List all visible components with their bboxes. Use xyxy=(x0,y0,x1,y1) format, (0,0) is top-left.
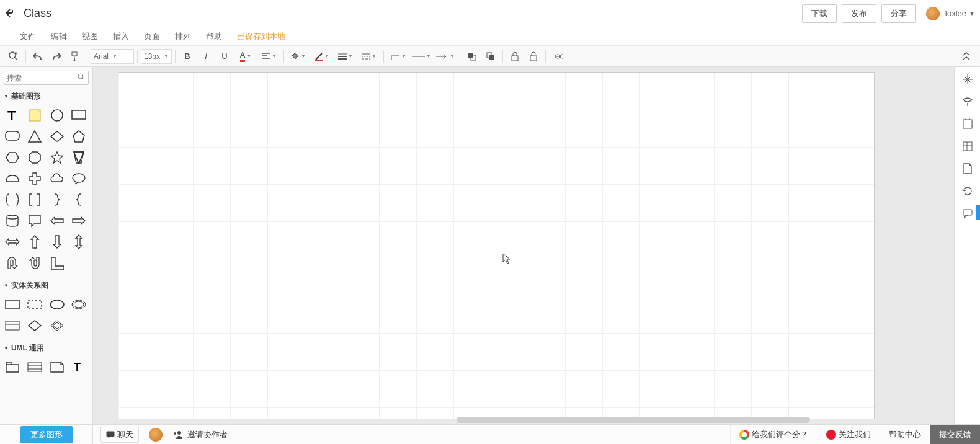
line-width-button[interactable]: ▼ xyxy=(334,48,357,65)
menu-page[interactable]: 页面 xyxy=(144,31,160,42)
document-title[interactable]: Class xyxy=(24,7,51,20)
menu-edit[interactable]: 编辑 xyxy=(51,31,67,42)
menu-arrange[interactable]: 排列 xyxy=(175,31,191,42)
fit-icon[interactable] xyxy=(959,115,976,133)
menu-help[interactable]: 帮助 xyxy=(206,31,222,42)
search-icon[interactable] xyxy=(77,73,86,83)
erd-relationship-icon[interactable] xyxy=(25,316,45,335)
uml-package-icon[interactable] xyxy=(2,357,22,377)
shape-diamond-icon[interactable] xyxy=(47,127,67,146)
feedback-button[interactable]: 提交反馈 xyxy=(930,425,980,444)
expand-toolbar-button[interactable] xyxy=(958,48,975,65)
follow-link[interactable]: 关注我们 xyxy=(817,425,880,444)
bold-button[interactable]: B xyxy=(179,48,196,65)
navigator-icon[interactable] xyxy=(959,71,976,88)
erd-table-icon[interactable] xyxy=(2,316,22,335)
menu-insert[interactable]: 插入 xyxy=(113,31,129,42)
canvas-page[interactable] xyxy=(118,72,875,419)
shape-circle-icon[interactable] xyxy=(47,105,67,125)
undo-button[interactable] xyxy=(29,48,47,65)
rate-link[interactable]: 给我们评个分？ xyxy=(730,425,817,444)
menu-file[interactable]: 文件 xyxy=(20,31,36,42)
group-header-basic[interactable]: ▼基础图形 xyxy=(0,89,92,104)
shape-text-icon[interactable]: T xyxy=(2,105,22,125)
uml-note-icon[interactable] xyxy=(47,357,67,377)
shape-arrow-left-icon[interactable] xyxy=(47,211,67,231)
more-shapes-button[interactable]: 更多图形 xyxy=(20,426,73,443)
shape-rect-icon[interactable] xyxy=(69,105,89,125)
right-panel-handle[interactable] xyxy=(976,205,980,220)
bring-front-button[interactable] xyxy=(463,48,481,65)
shape-callout-icon[interactable] xyxy=(25,211,45,231)
shape-trapezoid-icon[interactable] xyxy=(2,169,22,189)
download-button[interactable]: 下载 xyxy=(802,4,837,23)
underline-button[interactable]: U xyxy=(216,48,233,65)
page-icon[interactable] xyxy=(959,160,976,177)
grid-settings-icon[interactable] xyxy=(959,138,976,155)
unlock-button[interactable] xyxy=(525,48,542,65)
username-dropdown[interactable]: foxlee ▼ xyxy=(945,9,975,18)
uml-class-icon[interactable] xyxy=(25,357,45,377)
publish-button[interactable]: 发布 xyxy=(842,4,876,23)
font-size-select[interactable]: 13px▼ xyxy=(141,49,172,64)
menu-view[interactable]: 视图 xyxy=(82,31,98,42)
text-align-button[interactable]: ▼ xyxy=(258,48,280,65)
erd-attribute-icon[interactable] xyxy=(47,295,67,314)
back-icon[interactable] xyxy=(5,7,17,20)
shape-cloud-icon[interactable] xyxy=(47,169,67,189)
connector-style-button[interactable]: ▼ xyxy=(387,48,409,65)
shape-corner-icon[interactable] xyxy=(47,253,67,273)
scrollbar-horizontal[interactable] xyxy=(457,417,810,423)
send-back-button[interactable] xyxy=(482,48,499,65)
collaborator-avatar[interactable] xyxy=(149,428,163,442)
erd-weak-entity-icon[interactable] xyxy=(25,295,45,314)
shape-uturn-down-icon[interactable] xyxy=(2,253,22,273)
uml-text-icon[interactable]: T xyxy=(69,357,89,377)
arrow-end-button[interactable]: ▼ xyxy=(434,48,457,65)
erd-entity-icon[interactable] xyxy=(2,295,22,314)
chat-button[interactable]: 聊天 xyxy=(100,427,139,443)
line-style-button[interactable]: ▼ xyxy=(358,48,380,65)
redo-button[interactable] xyxy=(48,48,65,65)
format-painter-button[interactable] xyxy=(66,48,84,65)
erd-weak-rel-icon[interactable] xyxy=(47,316,67,335)
shape-cylinder-icon[interactable] xyxy=(2,211,22,231)
line-color-button[interactable]: ▼ xyxy=(311,48,333,65)
text-color-button[interactable]: A▼ xyxy=(234,48,257,65)
shape-note-icon[interactable] xyxy=(25,105,45,125)
shape-arrow-right-icon[interactable] xyxy=(69,211,89,231)
shape-hexagon-icon[interactable] xyxy=(2,148,22,167)
arrow-start-button[interactable]: ▼ xyxy=(411,48,433,65)
help-link[interactable]: 帮助中心 xyxy=(880,425,930,444)
shape-arrow-down-icon[interactable] xyxy=(47,232,67,252)
shape-search-icon[interactable] xyxy=(5,48,22,65)
shape-shield-icon[interactable] xyxy=(69,148,89,167)
shape-roundrect-icon[interactable] xyxy=(2,127,22,146)
shape-brace-left-icon[interactable] xyxy=(69,190,89,210)
italic-button[interactable]: I xyxy=(197,48,215,65)
group-header-erd[interactable]: ▼实体关系图 xyxy=(0,278,92,293)
shape-triangle-icon[interactable] xyxy=(25,127,45,146)
shape-brace-right-icon[interactable] xyxy=(47,190,67,210)
invite-button[interactable]: 邀请协作者 xyxy=(172,429,228,440)
shape-cross-icon[interactable] xyxy=(25,169,45,189)
search-input[interactable] xyxy=(7,74,77,82)
lock-button[interactable] xyxy=(506,48,523,65)
shape-brackets-icon[interactable] xyxy=(25,190,45,210)
style-icon[interactable] xyxy=(959,93,976,110)
shape-speech-icon[interactable] xyxy=(69,169,89,189)
shape-arrow-updown-icon[interactable] xyxy=(69,232,89,252)
share-button[interactable]: 分享 xyxy=(881,4,916,23)
erd-multival-icon[interactable] xyxy=(69,295,89,314)
font-select[interactable]: Arial▼ xyxy=(91,49,134,64)
fill-color-button[interactable]: ▼ xyxy=(287,48,310,65)
comments-icon[interactable] xyxy=(959,205,976,222)
user-avatar[interactable] xyxy=(926,7,940,20)
shape-star-icon[interactable] xyxy=(47,148,67,167)
group-header-uml[interactable]: ▼UML 通用 xyxy=(0,340,92,356)
shape-octagon-icon[interactable] xyxy=(25,148,45,167)
history-icon[interactable] xyxy=(959,182,976,200)
shape-uturn-up-icon[interactable] xyxy=(25,253,45,273)
canvas-area[interactable] xyxy=(93,67,954,424)
link-button[interactable] xyxy=(549,48,566,65)
